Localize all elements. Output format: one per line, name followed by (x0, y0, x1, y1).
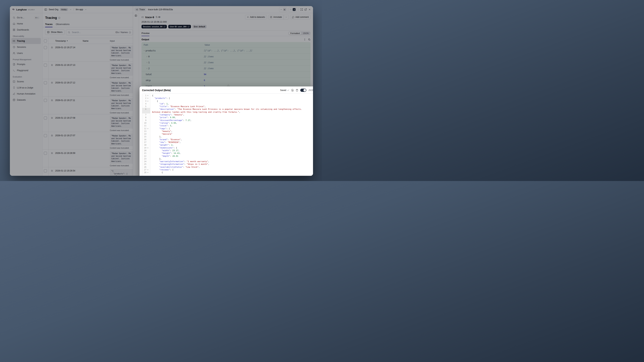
search-box[interactable]: IDs / Names (66, 30, 133, 35)
fold-chevron-icon[interactable]: ∨ (146, 94, 150, 97)
search-scope[interactable]: IDs / Names (116, 31, 131, 34)
col-name[interactable]: Name (83, 38, 110, 44)
table-row[interactable]: 2026-01-13 19:26:59"Madam Speaker, Ma an… (42, 150, 133, 167)
output-row[interactable]: 122 items (142, 60, 310, 66)
chevron-right-icon[interactable] (146, 62, 148, 64)
sidebar-item-playground[interactable]: Playground (11, 68, 41, 74)
sidebar-item-home[interactable]: Home (11, 21, 41, 27)
tab-observations[interactable]: Observations (56, 23, 70, 27)
org-chevron-down-icon[interactable] (70, 8, 72, 10)
trace-badge-user-id[interactable]: User ID: user_384 (168, 25, 191, 28)
brand-version: v3.146.0 (28, 9, 34, 10)
row-checkbox[interactable] (44, 116, 47, 120)
copy-id-button[interactable]: ID (156, 16, 160, 18)
table-row[interactable]: 2026-01-13 19:27:08"Madam Speaker, Ma an… (42, 114, 133, 132)
format-formatted-option[interactable]: Formatted (289, 32, 301, 35)
line-number: 28 (142, 171, 146, 174)
chevron-down-icon[interactable] (143, 50, 146, 52)
project-chevron-down-icon[interactable] (85, 8, 87, 10)
star-icon[interactable] (51, 134, 53, 137)
sidebar-item-users[interactable]: Users (11, 50, 41, 56)
star-icon[interactable] (51, 46, 53, 49)
format-json-option[interactable]: JSON (301, 32, 310, 35)
output-row[interactable]: 022 items (142, 54, 310, 60)
prev-trace-button[interactable]: K (279, 7, 287, 12)
panel-left-toggle-icon[interactable] (44, 8, 47, 11)
tab-preview[interactable]: Preview (142, 30, 150, 36)
fold-chevron-icon[interactable]: ∨ (146, 127, 150, 130)
row-checkbox[interactable] (44, 64, 47, 67)
sidebar-item-datasets[interactable]: Datasets (11, 97, 41, 103)
sidebar-item-goto[interactable]: Go to...⌘ K (11, 14, 41, 21)
add-to-datasets-label: Add to datasets (250, 16, 265, 18)
chevron-right-icon[interactable] (146, 56, 148, 58)
col-timestamp[interactable]: Timestamp ▼ (55, 38, 83, 44)
expand-rows-icon[interactable] (304, 38, 306, 41)
trace-badge-session[interactable]: Session: session_84 (142, 25, 167, 28)
table-row[interactable]: 2026-01-13 19:27:07"Madam Speaker, Ma an… (42, 132, 133, 150)
close-icon[interactable] (308, 8, 311, 11)
sidebar-item-dashboards[interactable]: Dashboards (11, 27, 41, 33)
table-row[interactable]: 2026-01-13 19:27:14"Madam Speaker, Ma an… (42, 44, 133, 62)
org-name[interactable]: Seed Org (49, 8, 58, 11)
sidebar-item-sessions[interactable]: Sessions (11, 44, 41, 50)
row-checkbox[interactable] (44, 134, 47, 137)
annotate-button[interactable]: Annotate (268, 15, 284, 20)
copy-output-icon[interactable] (308, 38, 310, 41)
trash-icon[interactable] (296, 89, 298, 92)
project-name[interactable]: llm-app (76, 8, 83, 11)
row-checkbox[interactable] (44, 152, 47, 155)
output-row[interactable]: 222 items (142, 66, 310, 72)
table-row[interactable]: 2026-01-13 19:27:13"Madam Speaker, Ma an… (42, 62, 133, 79)
panel-open-icon[interactable] (135, 14, 137, 17)
star-icon[interactable] (51, 64, 53, 66)
search-input[interactable] (72, 31, 114, 34)
output-row[interactable]: skip0 (142, 78, 310, 84)
sidebar-item-tracing[interactable]: Tracing (11, 38, 41, 44)
table-row[interactable]: 2026-01-13 19:26:54"{ "products": [ { (42, 167, 133, 176)
code-line: 25 "shippingInformation": "Ships in 1 mo… (142, 163, 313, 166)
output-row[interactable]: products[{"id": ...}, {"id": ...}, {"id"… (142, 48, 310, 54)
select-all-checkbox[interactable] (44, 39, 47, 42)
json-code-editor[interactable]: 1∨{2∨ "products": [3∨ {4 "id": 1,5 "titl… (142, 94, 313, 176)
next-trace-button[interactable]: J (288, 7, 297, 12)
sidebar-item-scores[interactable]: Scores (11, 78, 41, 85)
star-icon[interactable] (51, 117, 53, 119)
show-filters-button[interactable]: Show filters (45, 30, 64, 35)
table-row[interactable]: 2026-01-13 19:27:11"Madam Speaker, Ma an… (42, 97, 133, 114)
fold-chevron-icon[interactable]: ∨ (146, 168, 150, 171)
json-mode-toggle[interactable] (300, 88, 306, 92)
row-checkbox[interactable] (44, 99, 47, 102)
expand-panel-icon[interactable] (300, 8, 303, 11)
fold-chevron-icon[interactable]: ∨ (146, 97, 150, 100)
file-diff-icon[interactable] (291, 89, 294, 92)
fold-chevron-icon[interactable]: ∨ (146, 100, 150, 102)
fold-chevron-icon[interactable]: ∨ (146, 146, 150, 149)
table-row[interactable]: 2026-01-13 19:27:12"Madam Speaker, Ma an… (42, 79, 133, 97)
chevron-right-icon[interactable] (146, 68, 148, 70)
col-name-label: Name (83, 40, 88, 42)
star-icon[interactable] (51, 82, 53, 84)
fold-chevron-icon[interactable]: ∨ (146, 171, 150, 174)
annotate-menu-button[interactable] (284, 15, 289, 20)
output-row[interactable]: total94 (142, 72, 310, 78)
row-checkbox[interactable] (44, 81, 47, 84)
add-to-datasets-button[interactable]: Add to datasets (245, 15, 267, 20)
star-icon[interactable] (51, 152, 53, 154)
open-in-new-icon[interactable] (304, 8, 307, 11)
star-icon[interactable] (51, 99, 53, 102)
sidebar-item-prompts[interactable]: Prompts (11, 61, 41, 68)
output-value: 94 (204, 73, 310, 76)
add-comment-button[interactable]: Add comment (290, 15, 310, 20)
row-checkbox[interactable] (44, 46, 47, 49)
tab-traces[interactable]: Traces (45, 23, 52, 27)
page-info-icon[interactable] (58, 17, 60, 19)
line-number: 26 (142, 166, 146, 168)
star-icon[interactable] (51, 170, 53, 172)
row-checkbox[interactable] (44, 169, 47, 172)
sidebar-item-llm-as-a-judge[interactable]: LLM-as-a-Judge (11, 85, 41, 91)
col-input[interactable]: Input (110, 38, 133, 44)
line-number: 10 (142, 122, 146, 124)
sidebar-item-human-annotation[interactable]: Human Annotation (11, 91, 41, 97)
code-line: 11 "stock": 5, (142, 124, 313, 127)
